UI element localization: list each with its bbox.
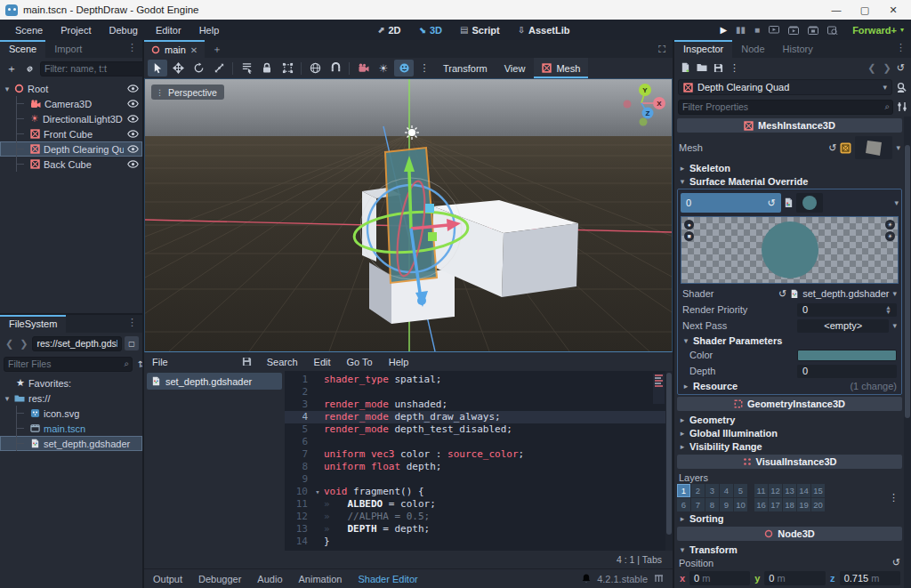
filesystem-dock-menu-icon[interactable]: ⋮: [122, 315, 142, 333]
shader-search-menu[interactable]: Search: [259, 355, 306, 369]
tree-node-depth-clearing-quad[interactable]: Depth Clearing Quad: [0, 141, 142, 157]
fs-sort-icon[interactable]: ⇅: [135, 358, 142, 371]
property-color[interactable]: Color: [681, 347, 899, 363]
category-meshinstance3d[interactable]: MeshInstance3D: [677, 118, 902, 133]
visibility-eye-icon[interactable]: [127, 84, 139, 93]
add-node-button[interactable]: ＋: [4, 60, 20, 78]
section-sorting[interactable]: ▸ Sorting: [677, 511, 902, 525]
new-material-icon[interactable]: [784, 197, 794, 208]
tab-scene[interactable]: Scene: [0, 40, 45, 58]
fs-path-input[interactable]: [32, 336, 122, 351]
preview-light2-toggle-icon[interactable]: ☀: [885, 231, 895, 241]
mesh-menu[interactable]: Mesh: [534, 58, 588, 78]
visibility-eye-icon[interactable]: [127, 99, 139, 109]
layer-cell[interactable]: 15: [811, 484, 825, 497]
chevron-down-icon[interactable]: ▾: [892, 289, 897, 298]
list-select-icon[interactable]: [237, 60, 256, 77]
property-depth[interactable]: Depth 0: [681, 363, 899, 379]
material-slot-row[interactable]: 0 ↺ ▾: [681, 191, 899, 214]
color-picker-swatch[interactable]: [797, 350, 897, 361]
section-visibility-range[interactable]: ▸ Visibility Range: [677, 439, 902, 453]
notification-bell-icon[interactable]: [582, 574, 591, 584]
resource-extra-menu-icon[interactable]: ⋮: [730, 62, 739, 74]
viewport-extra-menu-icon[interactable]: ⋮: [415, 60, 434, 77]
property-mesh[interactable]: Mesh ↺ ▾: [677, 134, 902, 161]
shader-help-menu[interactable]: Help: [381, 355, 417, 369]
scale-tool-icon[interactable]: [209, 60, 229, 77]
visibility-eye-icon[interactable]: [127, 129, 139, 139]
revert-icon[interactable]: ↺: [828, 142, 836, 154]
shader-edit-menu[interactable]: Edit: [306, 355, 339, 369]
tree-node-camera3d[interactable]: Camera3D: [0, 96, 142, 111]
camera-override-icon[interactable]: [353, 60, 373, 77]
play-button[interactable]: ▶: [720, 25, 727, 35]
category-geometryinstance3d[interactable]: GeometryInstance3D: [677, 397, 902, 411]
fs-back-icon[interactable]: ❮: [4, 338, 15, 350]
position-z-input[interactable]: 0.715 m: [840, 571, 900, 585]
shader-goto-menu[interactable]: Go To: [339, 355, 381, 369]
inspector-filter-input[interactable]: [678, 100, 893, 115]
visibility-eye-icon[interactable]: [127, 144, 139, 154]
position-y-input[interactable]: 0 m: [764, 571, 825, 585]
new-resource-icon[interactable]: [681, 62, 690, 73]
tree-node-back-cube[interactable]: Back Cube: [0, 157, 142, 172]
layer-cell[interactable]: 7: [691, 498, 705, 511]
code-scrollbar[interactable]: [665, 371, 673, 551]
scene-dock-menu-icon[interactable]: ⋮: [122, 40, 142, 58]
code-editor[interactable]: 1shader_type spatial; 2 3render_mode uns…: [285, 371, 673, 551]
preview-sphere-toggle-icon[interactable]: ●: [684, 220, 694, 230]
fs-split-mode-icon[interactable]: ▢: [125, 336, 139, 350]
scene-tab-main[interactable]: main ✕: [144, 40, 205, 58]
section-resource[interactable]: ▸ Resource (1 change): [681, 379, 899, 392]
layer-cell[interactable]: 12: [769, 484, 782, 497]
view-menu[interactable]: View: [496, 61, 534, 76]
tab-history[interactable]: History: [774, 40, 822, 58]
menu-debug[interactable]: Debug: [101, 22, 145, 38]
shader-file-item[interactable]: set_depth.gdshader: [147, 373, 282, 390]
perspective-menu[interactable]: ⋮ Perspective: [151, 85, 224, 100]
section-global-illumination[interactable]: ▸ Global Illumination: [677, 426, 902, 439]
update-spinner-icon[interactable]: [654, 575, 664, 583]
fold-arrow-icon[interactable]: ▾: [311, 486, 324, 498]
remote-debug-icon[interactable]: [769, 26, 779, 35]
instance-scene-icon[interactable]: [22, 62, 37, 76]
collapse-icon[interactable]: ▾: [4, 85, 11, 93]
history-forward-icon[interactable]: ❯: [882, 62, 893, 74]
close-tab-icon[interactable]: ✕: [190, 45, 198, 55]
inspector-dock-menu-icon[interactable]: ⋮: [891, 40, 911, 58]
tab-debugger[interactable]: Debugger: [198, 574, 241, 584]
node-tools-icon[interactable]: [896, 82, 907, 93]
workspace-3d[interactable]: ⬊3D: [412, 23, 449, 37]
close-button[interactable]: ✕: [881, 2, 906, 18]
fs-filter-input[interactable]: [4, 357, 133, 372]
preview-environment-icon[interactable]: [394, 60, 414, 77]
tab-filesystem[interactable]: FileSystem: [0, 315, 66, 333]
category-visualinstance3d[interactable]: VisualInstance3D: [677, 455, 902, 469]
renderer-selector[interactable]: Forward+▾: [852, 25, 904, 36]
fs-file-icon-svg[interactable]: icon.svg: [0, 406, 142, 421]
layer-cell[interactable]: 11: [754, 484, 768, 497]
layer-cell[interactable]: 20: [811, 498, 825, 511]
shader-file-menu[interactable]: File: [144, 355, 176, 369]
layer-cell[interactable]: 5: [734, 484, 747, 497]
tab-audio[interactable]: Audio: [257, 574, 282, 584]
menu-help[interactable]: Help: [191, 22, 228, 38]
viewport-3d[interactable]: Y X Z ⋮ Perspective: [144, 78, 673, 352]
revert-icon[interactable]: ↺: [892, 557, 900, 568]
load-resource-icon[interactable]: [697, 63, 707, 72]
new-scene-tab-button[interactable]: ＋: [205, 40, 229, 58]
material-preview-thumbnail[interactable]: [796, 193, 823, 213]
revert-icon[interactable]: ↺: [778, 288, 786, 300]
workspace-script[interactable]: ▤Script: [453, 23, 507, 37]
history-back-icon[interactable]: ❮: [866, 62, 877, 74]
layer-cell[interactable]: 16: [754, 498, 768, 511]
layer-cell[interactable]: 14: [797, 484, 810, 497]
spinner-icon[interactable]: ▲▼: [885, 305, 891, 314]
lock-node-icon[interactable]: [257, 60, 277, 77]
material-slot-index[interactable]: 0 ↺: [681, 193, 781, 213]
depth-input[interactable]: 0: [797, 365, 897, 378]
layer-cell[interactable]: 3: [705, 484, 719, 497]
rotate-tool-icon[interactable]: [189, 60, 208, 77]
tab-shader-editor[interactable]: Shader Editor: [358, 574, 417, 584]
revert-icon[interactable]: ↺: [767, 197, 775, 209]
